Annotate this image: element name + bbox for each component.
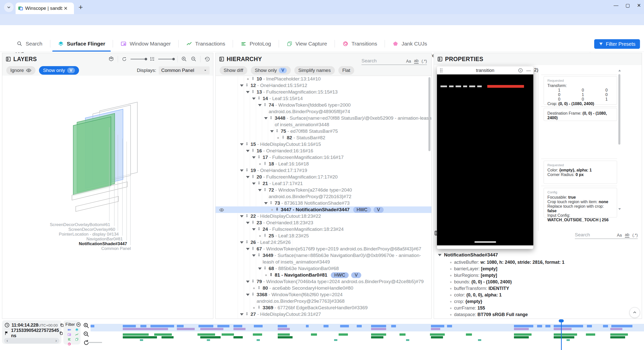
tree-node-79[interactable]: 79 - WindowToken{7046b4a type=2024 andro… — [216, 278, 431, 285]
panel-collapse-icon[interactable] — [6, 57, 11, 62]
tab-search[interactable]: Search — [9, 36, 50, 52]
pin-icon[interactable] — [251, 279, 255, 284]
layer-label[interactable]: NotificationShade#3447 — [79, 241, 127, 246]
timeline-zoom-out-icon[interactable] — [83, 331, 90, 337]
tab-jank-cujs[interactable]: Jank CUJs — [385, 36, 435, 52]
rotation-icon[interactable] — [122, 56, 127, 62]
panel-collapse-icon[interactable] — [437, 57, 442, 62]
property-row-blurRegions[interactable]: blurRegions: [empty] — [450, 273, 497, 278]
pin-icon[interactable] — [269, 116, 273, 120]
expand-arrow-icon[interactable] — [251, 180, 257, 185]
expand-arrow-icon[interactable] — [269, 128, 275, 133]
pin-icon[interactable] — [251, 221, 255, 225]
transition-window-titlebar[interactable]: transition — — [437, 66, 533, 74]
tree-node-21[interactable]: 21 - Leaf:17:17#21 — [216, 180, 431, 187]
layer-label[interactable]: ScreenDecorOverlayBottom#61 — [50, 222, 110, 227]
spacing-slider[interactable] — [158, 59, 174, 59]
expand-arrow-icon[interactable] — [257, 265, 263, 270]
expand-arrow-icon[interactable] — [239, 213, 245, 217]
tree-node-3368[interactable]: 3368 - WindowToken{f6b2f60 type=2024 and… — [216, 291, 431, 304]
expand-arrow-icon[interactable] — [245, 246, 251, 250]
tab-close-icon[interactable] — [64, 7, 67, 10]
expand-arrow-icon[interactable] — [251, 154, 257, 159]
playhead-cursor[interactable] — [561, 319, 562, 350]
regex-icon[interactable]: (.*) — [632, 233, 638, 238]
expand-arrow-icon[interactable] — [245, 220, 251, 224]
panel-collapse-icon[interactable] — [219, 57, 224, 62]
filter-collapse-icon[interactable] — [76, 322, 81, 327]
window-filter-icon[interactable] — [67, 333, 71, 336]
layers-filter-icon[interactable] — [75, 328, 79, 332]
property-row-crop[interactable]: crop: {empty} — [450, 299, 482, 304]
tree-node-15[interactable]: 15 - HideDisplayCutout:16:16#15 — [216, 141, 431, 148]
property-row-barrierLayer[interactable]: barrierLayer: [empty] — [450, 266, 497, 272]
pin-icon[interactable] — [245, 240, 249, 244]
tab-transitions[interactable]: Transitions — [335, 36, 385, 52]
filter-presets-button[interactable]: Filter Presets — [594, 39, 640, 49]
pin-icon[interactable] — [245, 168, 249, 172]
tree-node-24[interactable]: 24 - FullscreenMagnification:18:23#24 — [216, 226, 431, 233]
spacing-icon[interactable] — [150, 57, 155, 62]
tree-node-10[interactable]: 10 - ImePlaceholder:13:14#10 — [216, 76, 431, 82]
ignore-toggle[interactable]: Ignore — [6, 66, 35, 75]
new-tab-button[interactable]: + — [78, 3, 83, 12]
pin-icon[interactable] — [257, 181, 261, 186]
hierarchy-search-input[interactable]: Search Aa ab (.*) — [361, 55, 427, 65]
minimize-window-icon[interactable]: — — [526, 68, 531, 73]
pin-icon[interactable] — [263, 103, 267, 107]
pin-icon[interactable] — [251, 292, 255, 297]
property-row-currFrame[interactable]: currFrame: 155 — [450, 305, 485, 311]
pin-icon[interactable] — [257, 227, 261, 231]
show-only-v-toggle[interactable]: Show only V — [251, 66, 291, 75]
window-minimize-icon[interactable]: — — [614, 3, 618, 8]
property-row-dataspace[interactable]: dataspace: BT709 sRGB Full range — [450, 312, 528, 317]
expand-arrow-icon[interactable] — [263, 200, 269, 204]
squares-filter-icon[interactable] — [75, 337, 79, 341]
expand-arrow-icon[interactable] — [245, 278, 251, 283]
displays-select[interactable]: Common Panel — [159, 66, 210, 74]
pin-icon[interactable] — [263, 266, 267, 271]
pin-icon[interactable] — [257, 96, 261, 101]
tree-node-17[interactable]: 17 - FullscreenMagnification:16:16#17 — [216, 154, 431, 161]
copy-ns-icon[interactable] — [59, 331, 63, 335]
property-row-bufferTransform[interactable]: bufferTransform: IDENTITY — [450, 286, 509, 291]
tree-node-75[interactable]: 75 - ed70f88 StatusBar#75 — [216, 128, 431, 135]
tree-node-80[interactable]: 80 - ace6abb SecondaryHomeHandle0#80 — [216, 285, 431, 291]
hierarchy-scrollbar[interactable] — [428, 77, 430, 151]
pin-icon[interactable] — [245, 214, 249, 218]
property-row-color[interactable]: color: (0, 0, 0), alpha: 1 — [450, 292, 502, 298]
pin-icon[interactable] — [263, 188, 267, 192]
tree-node-73[interactable]: 73 - 8736138 NotificationShade#73 — [216, 200, 431, 206]
tree-node-20[interactable]: 20 - FullscreenMagnification:17:17#20 — [216, 174, 431, 180]
tree-node-3448[interactable]: 3448 - Surface(name=ed70f88 StatusBar)/@… — [216, 115, 431, 128]
expand-arrow-icon[interactable] — [251, 252, 257, 257]
tab-view-capture[interactable]: View Capture — [279, 36, 335, 52]
tree-node-68[interactable]: 68 - 885b63e NavigationBar0#68 — [216, 265, 431, 272]
pin-icon[interactable] — [245, 312, 249, 316]
pin-icon[interactable] — [251, 77, 255, 81]
match-case-icon[interactable]: Aa — [406, 59, 411, 64]
tab-search-chevron-icon[interactable] — [4, 3, 14, 12]
property-row-activeBuffer[interactable]: activeBuffer: w: 1080, h: 2400, stride: … — [450, 260, 565, 265]
pin-icon[interactable] — [257, 253, 261, 257]
layers-3d-view[interactable]: ScreenDecorOverlayBottom#61ScreenDecorOv… — [2, 76, 213, 319]
pin-icon[interactable] — [251, 247, 255, 251]
tab-protolog[interactable]: ProtoLog — [233, 36, 278, 52]
tab-transactions[interactable]: Transactions — [179, 36, 233, 52]
chart-filter-icon[interactable] — [75, 333, 79, 336]
properties-search-input[interactable]: Search Aa ab (.*) — [575, 229, 638, 239]
3d-view-icon[interactable] — [108, 56, 114, 62]
tree-node-28[interactable]: 28 - OneHanded:26:31#28 — [216, 318, 431, 319]
expand-arrow-icon[interactable] — [239, 167, 245, 172]
pin-icon[interactable] — [257, 155, 261, 159]
tab-surface-flinger[interactable]: Surface Flinger — [50, 36, 113, 52]
scroll-up-arrow[interactable] — [618, 69, 621, 72]
expand-arrow-icon[interactable] — [245, 89, 251, 93]
tree-node-13[interactable]: 13 - FullscreenMagnification:15:15#13 — [216, 89, 431, 95]
tree-node-18[interactable]: 18 - Leaf:16:16#18 — [216, 161, 431, 167]
info-icon[interactable] — [518, 68, 523, 73]
match-case-icon[interactable]: Aa — [617, 233, 622, 238]
pin-icon[interactable] — [257, 286, 261, 290]
pin-icon[interactable] — [251, 175, 255, 179]
expand-arrow-icon[interactable] — [245, 174, 251, 178]
